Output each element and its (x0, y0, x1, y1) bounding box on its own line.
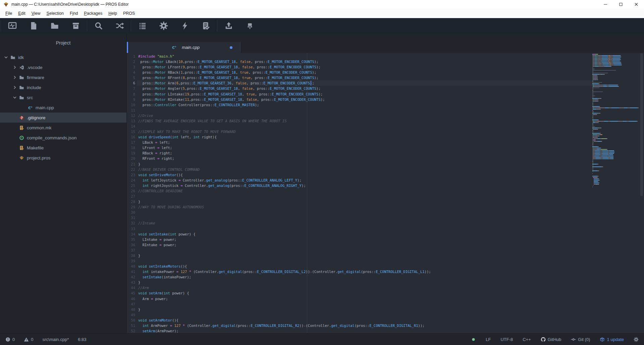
code-line-6[interactable]: pros::Motor Arm(6,pros::E_MOTOR_GEARSET_… (137, 80, 592, 86)
line-number[interactable]: 46 (127, 296, 137, 301)
code-line-50[interactable]: void setArmMotor(){ (137, 318, 592, 323)
line-number[interactable]: 7 (127, 86, 137, 91)
line-number[interactable]: 39 (127, 258, 137, 264)
code-line-5[interactable]: pros::Motor RFront(8,pros::E_MOTOR_GEARS… (137, 75, 592, 80)
line-number[interactable]: 49 (127, 312, 137, 318)
toolbar-search-button[interactable] (88, 19, 109, 33)
line-number[interactable]: 35 (127, 237, 137, 242)
code-line-25[interactable]: int rightJoystick = Controller.get_analo… (137, 183, 592, 188)
code-line-3[interactable]: pros::Motor LFront(9,pros::E_MOTOR_GEARS… (137, 64, 592, 70)
status-warning-count[interactable]: 0 (24, 337, 33, 342)
toolbar-list-button[interactable] (132, 19, 153, 33)
line-number[interactable]: 18 (127, 145, 137, 150)
code-line-26[interactable]: //CONTROLLER DEADZONE (137, 188, 592, 194)
line-number[interactable]: 20 (127, 156, 137, 161)
code-line-29[interactable]: //WAY TO MOVE DURING AUTONOMOUS (137, 204, 592, 210)
line-number[interactable]: 15 (127, 129, 137, 134)
code-line-45[interactable]: void setArm(int power) { (137, 290, 592, 296)
minimize-button[interactable] (598, 0, 613, 9)
code-line-52[interactable]: setArm(ArmPower); (137, 328, 592, 333)
toolbar-brain-button[interactable] (239, 19, 260, 33)
tree-item-main-cpp[interactable]: C+main.cpp (0, 102, 126, 113)
toolbar-monitor-pulse-button[interactable] (2, 19, 23, 33)
code-line-46[interactable]: Arm = power; (137, 296, 592, 301)
toolbar-shuffle-button[interactable] (109, 19, 130, 33)
code-line-11[interactable] (137, 108, 592, 113)
code-line-49[interactable] (137, 312, 592, 318)
line-number[interactable]: 19 (127, 150, 137, 156)
line-number[interactable]: 8 (127, 91, 137, 97)
tree-item--gitignore[interactable]: .gitignore (0, 113, 126, 123)
line-number[interactable]: 26 (127, 188, 137, 194)
line-number[interactable]: 24 (127, 178, 137, 183)
toolbar-new-file-button[interactable] (23, 19, 44, 33)
code-line-21[interactable]: } (137, 161, 592, 167)
toolbar-open-folder-button[interactable] (44, 19, 65, 33)
code-line-40[interactable]: void setIntakeMotors(){ (137, 264, 592, 269)
code-line-32[interactable]: //Intake (137, 220, 592, 226)
line-number[interactable]: 52 (127, 328, 137, 334)
code-line-44[interactable]: //Arm (137, 285, 592, 290)
menu-view[interactable]: View (29, 11, 44, 16)
chevron-down-icon[interactable] (3, 55, 9, 60)
menu-selection[interactable]: Selection (44, 11, 67, 16)
line-number[interactable]: 42 (127, 274, 137, 280)
code-line-13[interactable]: //FINDS THE AVERAGE ENOCDER VALUE TO GET… (137, 118, 592, 124)
status-status-settings[interactable] (634, 337, 639, 342)
line-number[interactable]: 33 (127, 226, 137, 231)
status-update-available[interactable]: 1 update (600, 337, 624, 342)
tree-item-include[interactable]: include (0, 82, 126, 92)
line-number[interactable]: 5 (127, 75, 137, 80)
line-number[interactable]: 29 (127, 204, 137, 210)
code-line-35[interactable]: LIntake = power; (137, 237, 592, 242)
status-cursor-position[interactable]: 6:83 (78, 337, 86, 342)
code-line-51[interactable]: int ArmPower = 127 * (Controller.get_dig… (137, 323, 592, 328)
line-number[interactable]: 13 (127, 118, 137, 124)
status-error-count[interactable]: 0 (5, 337, 15, 342)
code-line-37[interactable] (137, 248, 592, 253)
status-github-status[interactable]: GitHub (541, 337, 561, 342)
line-number[interactable]: 37 (127, 248, 137, 253)
chevron-right-icon[interactable] (12, 85, 17, 90)
code-line-12[interactable]: //Drive (137, 113, 592, 118)
menu-help[interactable]: Help (105, 11, 120, 16)
menu-edit[interactable]: Edit (15, 11, 29, 16)
code-line-15[interactable]: //SIMPLE WAY TO MAKE THE ROBOT TO MOVE F… (137, 129, 592, 134)
menu-packages[interactable]: Packages (81, 11, 105, 16)
code-line-43[interactable]: } (137, 280, 592, 285)
code-line-1[interactable]: #include "main.h" (137, 54, 592, 59)
line-number[interactable]: 31 (127, 215, 137, 220)
code-line-33[interactable] (137, 226, 592, 231)
line-number[interactable]: 45 (127, 290, 137, 296)
code-line-38[interactable]: } (137, 253, 592, 258)
line-number[interactable]: 47 (127, 301, 137, 307)
code-line-30[interactable] (137, 210, 592, 215)
line-number[interactable]: 41 (127, 269, 137, 274)
tree-item-common-mk[interactable]: common.mk (0, 123, 126, 133)
tree-item-idk[interactable]: idk (0, 52, 126, 62)
tree-item--vscode[interactable]: .vscode (0, 62, 126, 72)
line-number[interactable]: 14 (127, 124, 137, 129)
status-encoding[interactable]: UTF-8 (500, 337, 513, 342)
menu-file[interactable]: File (2, 11, 15, 16)
line-number[interactable]: 40 (127, 264, 137, 269)
line-number[interactable]: 48 (127, 307, 137, 312)
line-number[interactable]: 3 (127, 64, 137, 70)
code-line-47[interactable] (137, 301, 592, 307)
code-line-28[interactable]: } (137, 199, 592, 204)
status-git-status[interactable]: Git (0) (571, 337, 590, 342)
status-file-path[interactable]: src\main.cpp* (42, 337, 69, 342)
line-number[interactable]: 21 (127, 161, 137, 167)
code-line-9[interactable]: pros::Motor RIntake(11,pros::E_MOTOR_GEA… (137, 97, 592, 102)
code-line-17[interactable]: LBack = left; (137, 140, 592, 145)
line-number[interactable]: 34 (127, 231, 137, 237)
toolbar-build-check-button[interactable] (195, 19, 216, 33)
line-number[interactable]: 51 (127, 323, 137, 328)
line-number[interactable]: 30 (127, 210, 137, 215)
toolbar-bolt-button[interactable] (174, 19, 195, 33)
line-number[interactable]: 28 (127, 199, 137, 204)
status-line-ending[interactable]: LF (486, 337, 491, 342)
status-grammar[interactable]: C++ (523, 337, 531, 342)
code-line-8[interactable]: pros::Motor LIntake(19,pros::E_MOTOR_GEA… (137, 91, 592, 97)
code-line-23[interactable]: void setDriveMotor(){ (137, 172, 592, 178)
